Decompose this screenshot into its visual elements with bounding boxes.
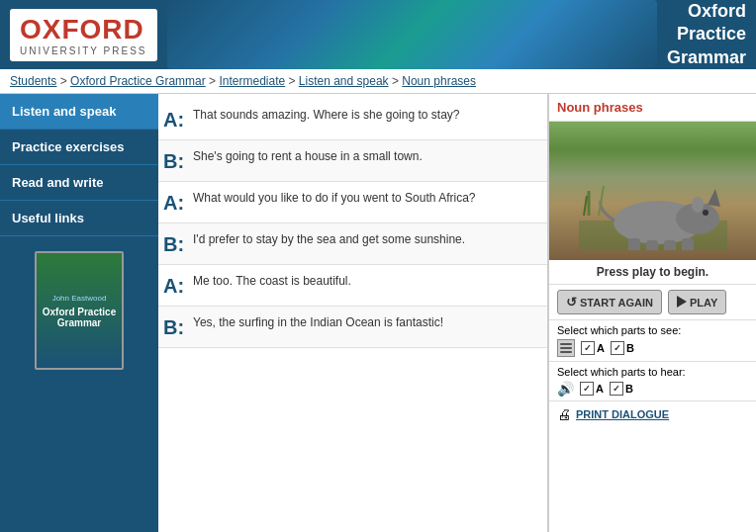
hear-cb-a-box[interactable]: ✓ bbox=[580, 382, 594, 396]
svg-point-5 bbox=[692, 197, 704, 213]
select-see-label: Select which parts to see: bbox=[557, 324, 748, 336]
content-area: A:That sounds amazing. Where is she goin… bbox=[158, 94, 756, 532]
dialogue-row: A:Me too. The coast is beautiful. bbox=[158, 265, 547, 307]
header-decoration bbox=[167, 0, 657, 69]
dialogue-text: That sounds amazing. Where is she going … bbox=[193, 107, 542, 124]
dialogue-text: What would you like to do if you went to… bbox=[193, 190, 542, 207]
dialogue-panel: A:That sounds amazing. Where is she goin… bbox=[158, 94, 548, 532]
rhino-svg bbox=[579, 161, 727, 250]
speaker-label: A: bbox=[163, 190, 193, 215]
breadcrumb-noun-phrases[interactable]: Noun phrases bbox=[402, 74, 476, 88]
dialogue-scroll[interactable]: A:That sounds amazing. Where is she goin… bbox=[158, 94, 547, 532]
restart-icon: ↺ bbox=[566, 295, 577, 310]
noun-phrases-title: Noun phrases bbox=[549, 94, 756, 122]
oxford-logo-text: OXFORD bbox=[20, 14, 147, 45]
svg-rect-7 bbox=[628, 238, 640, 250]
sidebar-item-read-write[interactable]: Read and write bbox=[0, 165, 158, 201]
select-hear-label: Select which parts to hear: bbox=[557, 366, 748, 378]
speaker-label: B: bbox=[163, 148, 193, 173]
breadcrumb: Students > Oxford Practice Grammar > Int… bbox=[0, 69, 756, 94]
header: OXFORD UNIVERSITY PRESS Oxford Practice … bbox=[0, 0, 756, 69]
dialogue-text: Me too. The coast is beautiful. bbox=[193, 273, 542, 290]
svg-rect-8 bbox=[646, 240, 658, 250]
speaker-label: A: bbox=[163, 273, 193, 298]
see-checkbox-a[interactable]: ✓ A bbox=[581, 341, 605, 355]
dialogue-row: B:She's going to rent a house in a small… bbox=[158, 140, 547, 182]
speaker-label: A: bbox=[163, 107, 193, 132]
start-again-button[interactable]: ↺ START AGAIN bbox=[557, 290, 662, 314]
hear-cb-b-box[interactable]: ✓ bbox=[610, 382, 623, 396]
sound-icon: 🔊 bbox=[557, 381, 574, 397]
main-layout: Listen and speak Practice exercises Read… bbox=[0, 94, 756, 532]
print-icon: 🖨 bbox=[557, 406, 571, 422]
print-label: PRINT DIALOGUE bbox=[576, 408, 669, 420]
sidebar-item-practice[interactable]: Practice exercises bbox=[0, 130, 158, 165]
see-cb-b-box[interactable]: ✓ bbox=[611, 341, 624, 355]
dialogue-text: Yes, the surfing in the Indian Ocean is … bbox=[193, 314, 542, 331]
breadcrumb-opg[interactable]: Oxford Practice Grammar bbox=[70, 74, 206, 88]
dialogue-text: I'd prefer to stay by the sea and get so… bbox=[193, 231, 542, 248]
book-cover: John Eastwood Oxford Practice Grammar bbox=[35, 251, 124, 370]
dialogue-row: A:That sounds amazing. Where is she goin… bbox=[158, 99, 547, 140]
svg-marker-3 bbox=[708, 189, 720, 207]
see-checkbox-row: ✓ A ✓ B bbox=[557, 339, 748, 357]
list-icon bbox=[557, 339, 575, 357]
sidebar-item-useful-links[interactable]: Useful links bbox=[0, 201, 158, 236]
hear-checkbox-a[interactable]: ✓ A bbox=[580, 382, 604, 396]
svg-line-13 bbox=[584, 196, 587, 216]
right-panel: Noun phrases bbox=[548, 94, 756, 532]
svg-rect-9 bbox=[664, 240, 676, 250]
see-cb-a-box[interactable]: ✓ bbox=[581, 341, 595, 355]
speaker-label: B: bbox=[163, 231, 193, 256]
hear-checkbox-b[interactable]: ✓ B bbox=[610, 382, 633, 396]
see-checkbox-b[interactable]: ✓ B bbox=[611, 341, 634, 355]
breadcrumb-students[interactable]: Students bbox=[10, 74, 56, 88]
university-press-text: UNIVERSITY PRESS bbox=[20, 45, 147, 56]
dialogue-row: B:Yes, the surfing in the Indian Ocean i… bbox=[158, 307, 547, 348]
press-play-text: Press play to begin. bbox=[549, 260, 756, 285]
play-button[interactable]: PLAY bbox=[668, 290, 726, 314]
breadcrumb-listen-speak[interactable]: Listen and speak bbox=[299, 74, 389, 88]
header-title: Oxford Practice Grammar bbox=[667, 0, 746, 69]
print-dialogue-button[interactable]: 🖨 PRINT DIALOGUE bbox=[549, 401, 756, 427]
dialogue-row: A:What would you like to do if you went … bbox=[158, 182, 547, 223]
sidebar: Listen and speak Practice exercises Read… bbox=[0, 94, 158, 532]
speaker-label: B: bbox=[163, 314, 193, 339]
hear-checkbox-row: 🔊 ✓ A ✓ B bbox=[557, 381, 748, 397]
rhino-image bbox=[549, 122, 756, 260]
select-hear-section: Select which parts to hear: 🔊 ✓ A ✓ B bbox=[549, 362, 756, 401]
svg-point-6 bbox=[703, 210, 709, 216]
book-author: John Eastwood bbox=[52, 294, 107, 303]
logo-area: OXFORD UNIVERSITY PRESS bbox=[10, 9, 157, 61]
sidebar-item-listen-speak[interactable]: Listen and speak bbox=[0, 94, 158, 130]
breadcrumb-intermediate[interactable]: Intermediate bbox=[219, 74, 285, 88]
select-see-section: Select which parts to see: ✓ A ✓ B bbox=[549, 320, 756, 362]
book-title: Oxford Practice Grammar bbox=[42, 307, 117, 328]
dialogue-text: She's going to rent a house in a small t… bbox=[193, 148, 542, 165]
controls-row: ↺ START AGAIN PLAY bbox=[549, 285, 756, 320]
svg-rect-10 bbox=[682, 238, 694, 250]
play-icon bbox=[677, 296, 687, 310]
dialogue-row: B:I'd prefer to stay by the sea and get … bbox=[158, 223, 547, 265]
